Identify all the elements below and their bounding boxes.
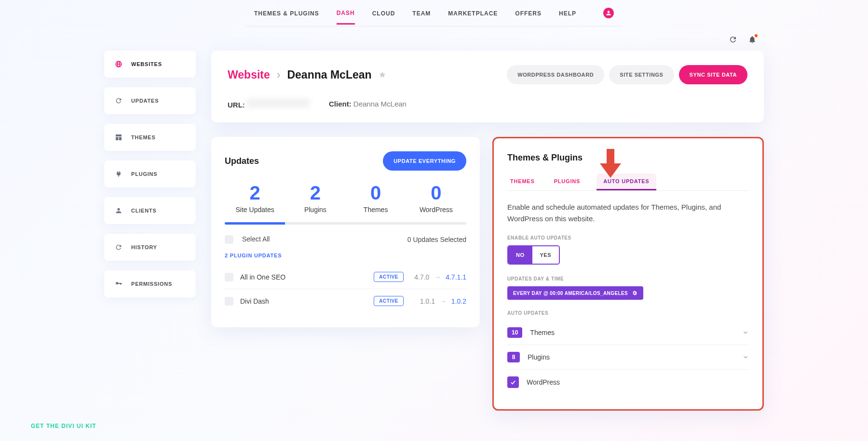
toggle-no[interactable]: NO — [508, 246, 532, 264]
updates-title: Updates — [225, 156, 259, 166]
stat-label: Plugins — [285, 206, 345, 214]
enable-toggle[interactable]: NO YES — [507, 245, 560, 265]
get-divi-ui-kit-link[interactable]: GET THE DIVI UI KIT — [31, 423, 96, 429]
stat-number: 2 — [225, 182, 285, 204]
tab-themes[interactable]: THEMES — [507, 174, 538, 190]
plugin-checkbox[interactable] — [225, 273, 233, 281]
notification-dot — [755, 34, 758, 37]
auto-updates-card: Themes & Plugins THEMES PLUGINS AUTO UPD… — [492, 137, 764, 411]
stat-label: Themes — [346, 206, 406, 214]
sidebar-item-updates[interactable]: UPDATES — [104, 87, 196, 114]
wordpress-dashboard-button[interactable]: WORDPRESS DASHBOARD — [507, 65, 604, 84]
update-everything-button[interactable]: UPDATE EVERYTHING — [383, 151, 466, 171]
sidebar-item-history[interactable]: HISTORY — [104, 234, 196, 261]
toggle-yes[interactable]: YES — [532, 246, 559, 264]
refresh-icon — [115, 97, 122, 105]
nav-offers[interactable]: OFFERS — [515, 10, 542, 24]
auto-updates-section-label: AUTO UPDATES — [507, 310, 749, 316]
sidebar-item-label: UPDATES — [131, 98, 159, 104]
select-all-label: Select All — [242, 235, 270, 243]
auto-updates-description: Enable and schedule automated updates fo… — [507, 201, 749, 225]
nav-themes-plugins[interactable]: THEMES & PLUGINS — [254, 10, 319, 24]
status-badge: ACTIVE — [374, 272, 404, 282]
check-icon — [510, 379, 516, 386]
sidebar-item-permissions[interactable]: PERMISSIONS — [104, 270, 196, 297]
breadcrumb-root[interactable]: Website — [228, 68, 270, 81]
progress-bar — [225, 222, 466, 225]
utility-icons — [104, 35, 764, 46]
auto-row-plugins[interactable]: 8 Plugins — [507, 345, 749, 370]
sidebar-item-label: PLUGINS — [131, 171, 158, 177]
nav-cloud[interactable]: CLOUD — [372, 10, 395, 24]
select-all-checkbox[interactable] — [225, 235, 233, 244]
auto-row-wordpress[interactable]: WordPress — [507, 370, 749, 395]
plugin-name: All in One SEO — [240, 273, 374, 281]
auto-row-themes[interactable]: 10 Themes — [507, 321, 749, 345]
stat-number: 0 — [346, 182, 406, 204]
globe-icon — [115, 60, 122, 68]
progress-fill — [225, 222, 285, 225]
sync-site-data-button[interactable]: SYNC SITE DATA — [679, 65, 747, 84]
update-stats: 2 Site Updates 2 Plugins 0 Themes 0 Word… — [225, 182, 466, 214]
sidebar-item-plugins[interactable]: PLUGINS — [104, 160, 196, 187]
themes-plugins-title: Themes & Plugins — [507, 153, 749, 163]
schedule-pill[interactable]: EVERY DAY @ 00:00 AMERICA/LOS_ANGELES — [507, 286, 643, 300]
nav-help[interactable]: HELP — [559, 10, 576, 24]
stat-number: 2 — [285, 182, 345, 204]
layout-icon — [115, 134, 122, 141]
stat-wordpress: 0 WordPress — [406, 182, 466, 214]
url-label: URL: — [228, 101, 245, 109]
header-actions: WORDPRESS DASHBOARD SITE SETTINGS SYNC S… — [507, 65, 747, 84]
nav-marketplace[interactable]: MARKETPLACE — [448, 10, 498, 24]
stat-number: 0 — [406, 182, 466, 204]
count-badge: 10 — [507, 327, 522, 338]
gear-icon — [632, 290, 637, 296]
check-badge — [507, 376, 519, 388]
stat-site-updates: 2 Site Updates — [225, 182, 285, 214]
client-name: Deanna McLean — [353, 100, 407, 108]
schedule-text: EVERY DAY @ 00:00 AMERICA/LOS_ANGELES — [513, 291, 628, 296]
plugin-checkbox[interactable] — [225, 297, 233, 306]
chevron-down-icon — [742, 329, 749, 336]
top-nav: THEMES & PLUGINS DASH CLOUD TEAM MARKETP… — [246, 0, 622, 27]
schedule-label: UPDATES DAY & TIME — [507, 276, 749, 281]
auto-row-label: WordPress — [527, 378, 749, 386]
key-icon — [115, 280, 122, 288]
breadcrumb-leaf: Deanna McLean — [287, 68, 371, 81]
plugin-name: Divi Dash — [240, 297, 374, 305]
enable-auto-updates-label: ENABLE AUTO UPDATES — [507, 235, 749, 241]
version-from: 1.0.1 — [420, 297, 435, 305]
stat-label: Site Updates — [225, 206, 285, 214]
sidebar-item-label: PERMISSIONS — [131, 281, 172, 287]
sidebar-item-clients[interactable]: CLIENTS — [104, 197, 196, 224]
tab-plugins[interactable]: PLUGINS — [551, 174, 583, 190]
sidebar-item-label: THEMES — [131, 134, 156, 140]
refresh-icon[interactable] — [729, 35, 737, 44]
version-to[interactable]: 1.0.2 — [451, 297, 466, 305]
sidebar-item-websites[interactable]: WEBSITES — [104, 51, 196, 78]
stat-plugins: 2 Plugins — [285, 182, 345, 214]
sidebar-item-themes[interactable]: THEMES — [104, 124, 196, 151]
chevron-down-icon — [742, 354, 749, 361]
callout-arrow-icon — [600, 149, 621, 178]
arrow-icon: → — [440, 297, 447, 305]
url-value-masked — [247, 99, 310, 107]
breadcrumb: Website › Deanna McLean — [228, 68, 386, 81]
favorite-star-icon[interactable] — [379, 71, 386, 79]
website-header-card: Website › Deanna McLean WORDPRESS DASHBO… — [211, 51, 764, 122]
stat-label: WordPress — [406, 206, 466, 214]
nav-dash[interactable]: DASH — [337, 10, 355, 25]
nav-team[interactable]: TEAM — [412, 10, 431, 24]
refresh-icon — [115, 243, 122, 251]
sidebar-item-label: HISTORY — [131, 244, 157, 250]
updates-card: Updates UPDATE EVERYTHING 2 Site Updates… — [211, 137, 480, 327]
arrow-icon: → — [434, 273, 441, 281]
sidebar-item-label: CLIENTS — [131, 208, 157, 214]
site-settings-button[interactable]: SITE SETTINGS — [609, 65, 674, 84]
main-content: Website › Deanna McLean WORDPRESS DASHBO… — [211, 51, 764, 411]
updates-selected-count: 0 Updates Selected — [407, 236, 466, 243]
version-to[interactable]: 4.7.1.1 — [446, 273, 466, 281]
avatar-icon[interactable] — [603, 8, 614, 18]
sidebar-item-label: WEBSITES — [131, 61, 162, 67]
select-all-row[interactable]: Select All — [225, 235, 270, 244]
